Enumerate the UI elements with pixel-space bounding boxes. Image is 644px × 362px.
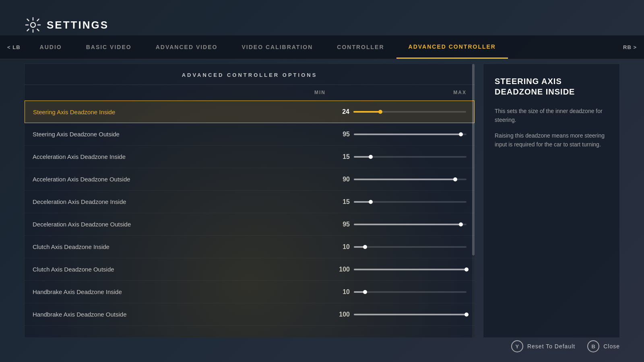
slider-thumb[interactable] — [369, 200, 373, 204]
reset-action[interactable]: Y Reset To Default — [511, 340, 575, 352]
slider-thumb[interactable] — [464, 267, 469, 272]
setting-name: Handbrake Axis Deadzone Outside — [33, 311, 326, 318]
b-button: B — [587, 340, 599, 352]
slider-track[interactable] — [353, 111, 466, 113]
info-text-1: This sets the size of the inner deadzone… — [495, 107, 608, 125]
slider-fill — [354, 179, 455, 180]
tab-audio[interactable]: AUDIO — [28, 35, 74, 59]
main-content: ADVANCED CONTROLLER OPTIONS MIN MAX Stee… — [24, 64, 620, 338]
setting-value: 15 — [326, 198, 350, 206]
slider-fill — [353, 111, 380, 113]
y-button: Y — [511, 340, 523, 352]
setting-name: Deceleration Axis Deadzone Inside — [33, 198, 326, 205]
tab-basic-video[interactable]: BASIC VIDEO — [74, 35, 144, 59]
setting-value: 100 — [326, 266, 350, 273]
setting-row[interactable]: Acceleration Axis Deadzone Outside 90 — [25, 168, 475, 191]
slider-fill — [354, 156, 371, 158]
setting-name: Handbrake Axis Deadzone Inside — [33, 288, 326, 295]
setting-name: Deceleration Axis Deadzone Outside — [33, 221, 326, 228]
info-text-2: Raising this deadzone means more steerin… — [495, 131, 608, 149]
nav-lb[interactable]: < LB — [0, 44, 28, 50]
settings-rows: Steering Axis Deadzone Inside 24 Steerin… — [25, 101, 475, 326]
setting-name: Steering Axis Deadzone Outside — [33, 131, 326, 138]
slider-track[interactable] — [354, 179, 466, 180]
info-panel: STEERING AXIS DEADZONE INSIDE This sets … — [483, 64, 620, 338]
tab-advanced-video[interactable]: ADVANCED VIDEO — [144, 35, 230, 59]
tab-video-calibration[interactable]: VIDEO CALIBRATION — [229, 35, 325, 59]
setting-value: 10 — [326, 288, 350, 296]
settings-icon — [24, 16, 42, 34]
setting-name: Acceleration Axis Deadzone Outside — [33, 176, 326, 183]
setting-row[interactable]: Clutch Axis Deadzone Outside 100 — [25, 258, 475, 281]
scrollbar-thumb[interactable] — [472, 64, 475, 255]
slider-track[interactable] — [354, 246, 466, 248]
slider-thumb[interactable] — [369, 155, 373, 159]
settings-panel: ADVANCED CONTROLLER OPTIONS MIN MAX Stee… — [24, 64, 475, 338]
bottom-bar: Y Reset To Default B Close — [511, 340, 620, 352]
col-max-label: MAX — [450, 90, 466, 95]
setting-name: Clutch Axis Deadzone Inside — [33, 243, 326, 250]
slider-track[interactable] — [354, 134, 466, 135]
tab-controller[interactable]: CONTROLLER — [325, 35, 396, 59]
col-min-label: MIN — [301, 90, 326, 95]
setting-row[interactable]: Steering Axis Deadzone Outside 95 — [25, 123, 475, 146]
slider-fill — [354, 224, 461, 225]
slider-fill — [354, 269, 466, 270]
slider-track[interactable] — [354, 156, 466, 158]
header: SETTINGS — [24, 16, 109, 34]
info-title: STEERING AXIS DEADZONE INSIDE — [495, 76, 608, 97]
slider-track[interactable] — [354, 224, 466, 225]
slider-track[interactable] — [354, 314, 466, 315]
setting-row[interactable]: Acceleration Axis Deadzone Inside 15 — [25, 146, 475, 168]
slider-thumb[interactable] — [459, 222, 463, 226]
setting-value: 15 — [326, 153, 350, 160]
slider-thumb[interactable] — [453, 177, 457, 181]
nav-rb[interactable]: RB > — [616, 44, 644, 50]
setting-row[interactable]: Handbrake Axis Deadzone Outside 100 — [25, 303, 475, 326]
setting-row[interactable]: Clutch Axis Deadzone Inside 10 — [25, 236, 475, 258]
svg-point-0 — [31, 23, 35, 27]
setting-row[interactable]: Deceleration Axis Deadzone Outside 95 — [25, 213, 475, 236]
slider-fill — [354, 134, 461, 135]
slider-track[interactable] — [354, 291, 466, 293]
slider-track[interactable] — [354, 269, 466, 270]
setting-value: 24 — [325, 108, 349, 115]
setting-name: Clutch Axis Deadzone Outside — [33, 266, 326, 273]
setting-name: Steering Axis Deadzone Inside — [33, 109, 325, 115]
panel-title: ADVANCED CONTROLLER OPTIONS — [25, 64, 475, 85]
slider-track[interactable] — [354, 201, 466, 203]
slider-thumb[interactable] — [363, 290, 367, 294]
setting-row[interactable]: Steering Axis Deadzone Inside 24 — [25, 101, 475, 123]
page-title: SETTINGS — [47, 19, 109, 31]
setting-value: 95 — [326, 221, 350, 228]
slider-thumb[interactable] — [459, 132, 463, 136]
setting-value: 90 — [326, 176, 350, 183]
tab-advanced-controller[interactable]: ADVANCED CONTROLLER — [396, 35, 508, 59]
scrollbar[interactable] — [472, 64, 475, 337]
slider-fill — [354, 314, 466, 315]
slider-fill — [354, 201, 371, 203]
slider-thumb[interactable] — [464, 313, 469, 317]
reset-label: Reset To Default — [527, 343, 575, 350]
column-headers: MIN MAX — [25, 85, 475, 101]
setting-row[interactable]: Handbrake Axis Deadzone Inside 10 — [25, 281, 475, 303]
setting-value: 100 — [326, 311, 350, 318]
setting-name: Acceleration Axis Deadzone Inside — [33, 153, 326, 160]
slider-thumb[interactable] — [378, 110, 382, 114]
setting-row[interactable]: Deceleration Axis Deadzone Inside 15 — [25, 191, 475, 213]
close-label: Close — [603, 343, 620, 350]
nav-bar: < LB AUDIO BASIC VIDEO ADVANCED VIDEO VI… — [0, 35, 644, 60]
setting-value: 10 — [326, 243, 350, 251]
close-action[interactable]: B Close — [587, 340, 620, 352]
setting-value: 95 — [326, 131, 350, 138]
slider-thumb[interactable] — [363, 245, 367, 249]
